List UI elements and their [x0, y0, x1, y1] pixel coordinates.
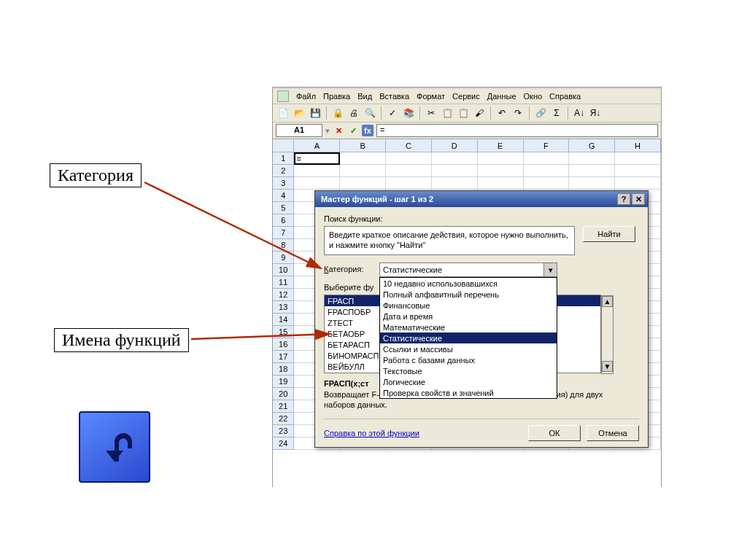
undo-icon[interactable]: ↶	[495, 106, 509, 120]
cell[interactable]	[386, 165, 432, 177]
row-header[interactable]: 21	[273, 400, 294, 413]
row-header[interactable]: 3	[273, 177, 294, 190]
scroll-up-icon[interactable]: ▲	[602, 296, 613, 307]
row-header[interactable]: 19	[273, 376, 294, 388]
cancel-button[interactable]: Отмена	[587, 425, 639, 441]
row-header[interactable]: 6	[273, 214, 294, 227]
cell[interactable]	[432, 152, 478, 165]
category-option[interactable]: Статистические	[380, 332, 557, 343]
cell[interactable]	[478, 177, 524, 190]
copy-icon[interactable]: 📋	[440, 106, 454, 120]
col-header-b[interactable]: B	[340, 139, 386, 152]
cell[interactable]: =	[294, 152, 340, 165]
cell[interactable]	[615, 177, 661, 190]
row-header[interactable]: 22	[273, 413, 294, 425]
find-button[interactable]: Найти	[583, 226, 635, 242]
cell[interactable]	[569, 177, 615, 190]
category-option[interactable]: Математические	[380, 322, 557, 332]
research-icon[interactable]: 📚	[401, 106, 416, 120]
row-header[interactable]: 1	[273, 152, 294, 165]
chevron-down-icon[interactable]: ▾	[543, 263, 557, 276]
row-header[interactable]: 2	[273, 165, 294, 177]
cell[interactable]	[615, 152, 661, 165]
cell[interactable]	[478, 165, 524, 177]
menu-view[interactable]: Вид	[355, 91, 375, 101]
cell[interactable]	[432, 177, 478, 190]
ok-button[interactable]: ОК	[528, 425, 581, 441]
dialog-help-button[interactable]: ?	[617, 193, 630, 205]
row-header[interactable]: 5	[273, 202, 294, 214]
print-icon[interactable]: 🖨	[347, 106, 361, 120]
cell[interactable]	[340, 152, 386, 165]
row-header[interactable]: 12	[273, 289, 294, 301]
row-header[interactable]: 24	[273, 438, 294, 450]
row-header[interactable]: 9	[273, 252, 294, 264]
cell[interactable]	[294, 177, 340, 190]
paste-icon[interactable]: 📋	[456, 106, 471, 120]
category-option[interactable]: Ссылки и массивы	[380, 343, 557, 354]
category-option[interactable]: Работа с базами данных	[380, 354, 557, 365]
cell[interactable]	[478, 152, 524, 165]
sort-asc-icon[interactable]: A↓	[572, 106, 587, 120]
col-header-e[interactable]: E	[478, 139, 524, 152]
dialog-close-button[interactable]: ✕	[632, 193, 645, 205]
formula-input[interactable]: =	[376, 124, 658, 137]
return-button[interactable]	[79, 411, 150, 483]
menu-help[interactable]: Справка	[546, 91, 584, 101]
fx-icon[interactable]: fx	[362, 125, 374, 136]
category-option[interactable]: Дата и время	[380, 311, 557, 322]
spelling-icon[interactable]: ✓	[385, 106, 400, 120]
cell[interactable]	[340, 165, 386, 177]
cell[interactable]	[294, 165, 340, 177]
row-header[interactable]: 4	[273, 190, 294, 202]
category-option[interactable]: Текстовые	[380, 365, 557, 376]
col-header-h[interactable]: H	[615, 139, 661, 152]
cell[interactable]	[615, 165, 661, 177]
cut-icon[interactable]: ✂	[424, 106, 438, 120]
accept-formula-icon[interactable]: ✓	[347, 125, 359, 136]
row-header[interactable]: 23	[273, 425, 294, 438]
new-icon[interactable]: 📄	[276, 106, 290, 120]
row-header[interactable]: 20	[273, 388, 294, 400]
row-header[interactable]: 13	[273, 301, 294, 314]
col-header-f[interactable]: F	[524, 139, 570, 152]
row-header[interactable]: 14	[273, 314, 294, 326]
cancel-formula-icon[interactable]: ✕	[333, 125, 344, 136]
cell[interactable]	[386, 177, 432, 190]
row-header[interactable]: 16	[273, 338, 294, 351]
menu-insert[interactable]: Вставка	[376, 91, 412, 101]
category-option[interactable]: Полный алфавитный перечень	[380, 289, 557, 300]
cell[interactable]	[569, 152, 615, 165]
col-header-c[interactable]: C	[386, 139, 432, 152]
preview-icon[interactable]: 🔍	[363, 106, 377, 120]
cell[interactable]	[524, 177, 570, 190]
row-header[interactable]: 17	[273, 351, 294, 363]
category-option[interactable]: 10 недавно использовавшихся	[380, 278, 557, 289]
row-header[interactable]: 11	[273, 276, 294, 289]
autosum-icon[interactable]: Σ	[549, 106, 564, 120]
save-icon[interactable]: 💾	[308, 106, 322, 120]
hyperlink-icon[interactable]: 🔗	[533, 106, 548, 120]
cell[interactable]	[432, 165, 478, 177]
row-header[interactable]: 8	[273, 239, 294, 252]
select-all-corner[interactable]	[273, 139, 294, 152]
category-option[interactable]: Логические	[380, 376, 557, 387]
function-help-link[interactable]: Справка по этой функции	[324, 429, 522, 438]
redo-icon[interactable]: ↷	[511, 106, 525, 120]
cell[interactable]	[524, 165, 570, 177]
col-header-g[interactable]: G	[569, 139, 615, 152]
menu-edit[interactable]: Правка	[320, 91, 353, 101]
menu-data[interactable]: Данные	[484, 91, 519, 101]
col-header-d[interactable]: D	[432, 139, 478, 152]
scroll-down-icon[interactable]: ▼	[602, 361, 613, 372]
open-icon[interactable]: 📂	[292, 106, 306, 120]
name-box[interactable]: A1	[276, 124, 322, 137]
row-header[interactable]: 10	[273, 264, 294, 276]
category-option[interactable]: Проверка свойств и значений	[380, 387, 557, 398]
cell[interactable]	[386, 152, 432, 165]
permissions-icon[interactable]: 🔒	[330, 106, 345, 120]
category-option[interactable]: Финансовые	[380, 300, 557, 311]
format-painter-icon[interactable]: 🖌	[472, 106, 487, 120]
listbox-scrollbar[interactable]: ▲ ▼	[601, 295, 614, 374]
menu-window[interactable]: Окно	[521, 91, 546, 101]
